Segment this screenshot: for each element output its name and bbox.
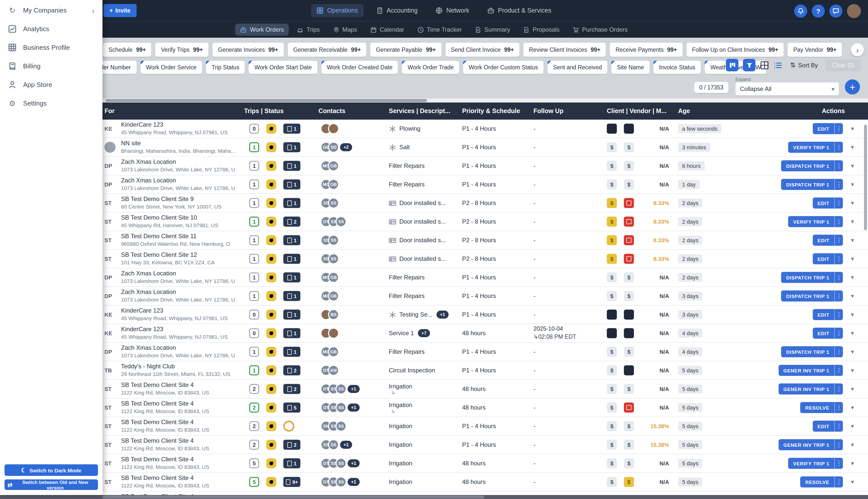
trip-status-icon[interactable]: [266, 477, 276, 487]
filter-chip[interactable]: Work Order Custom Status: [463, 61, 544, 74]
trip-count-badge[interactable]: 1: [249, 198, 259, 208]
action-menu-button[interactable]: ⋮: [834, 216, 843, 227]
trip-status-icon[interactable]: [266, 124, 276, 134]
bulk-action-chip[interactable]: Generate Receivable99+: [288, 43, 367, 57]
trip-count-badge[interactable]: 1: [249, 347, 259, 357]
trip-status-icon[interactable]: [266, 402, 276, 413]
contact-avatar[interactable]: SS: [336, 402, 347, 413]
expand-row-icon[interactable]: ▾: [848, 144, 857, 151]
action-menu-button[interactable]: ⋮: [834, 458, 843, 469]
contact-avatar[interactable]: SS: [336, 384, 347, 394]
expand-row-icon[interactable]: ▾: [848, 441, 857, 448]
action-menu-button[interactable]: ⋮: [834, 439, 843, 450]
trip-count-badge[interactable]: 5: [249, 458, 259, 468]
bulk-action-chip[interactable]: Pay Vendor99+: [788, 43, 842, 57]
tab-calendar[interactable]: Calendar: [365, 24, 409, 36]
work-order-doc-badge[interactable]: 1: [283, 142, 300, 152]
trip-count-badge[interactable]: 1: [249, 291, 259, 301]
bulk-action-chip[interactable]: Schedule99+: [103, 43, 151, 57]
collapse-all-dropdown[interactable]: Collapse All ▾: [735, 82, 839, 96]
bulk-action-chip[interactable]: Generate Payable99+: [370, 43, 441, 57]
expand-row-icon[interactable]: ▾: [848, 348, 857, 355]
filter-chip[interactable]: Sent and Received: [547, 61, 607, 74]
primary-action-button[interactable]: GENER INV TRIP 1: [778, 439, 834, 450]
vendor-invoice-icon[interactable]: $: [624, 161, 634, 171]
scrollbar-thumb[interactable]: [106, 99, 427, 102]
trip-status-icon[interactable]: [266, 198, 276, 208]
tab-trips[interactable]: Trips: [292, 24, 325, 36]
drawer-item-my-companies[interactable]: ↻My Companies›: [0, 1, 102, 20]
contact-avatar[interactable]: SS: [328, 197, 339, 208]
trip-count-badge[interactable]: 0: [249, 124, 259, 134]
nav-item-operations[interactable]: Operations: [311, 4, 363, 17]
contact-avatar[interactable]: SD: [328, 142, 339, 153]
client-invoice-icon[interactable]: $: [607, 198, 617, 208]
client-invoice-icon[interactable]: $: [607, 421, 617, 431]
primary-action-button[interactable]: EDIT: [813, 328, 834, 339]
expand-row-icon[interactable]: ▾: [848, 367, 857, 374]
primary-action-button[interactable]: DISPATCH TRIP 1: [781, 291, 834, 302]
action-menu-button[interactable]: ⋮: [834, 160, 843, 171]
primary-action-button[interactable]: RESOLVE: [800, 402, 834, 413]
client-invoice-icon[interactable]: $: [607, 161, 617, 171]
clear-filters-button[interactable]: Clear (0): [826, 59, 861, 71]
vendor-invoice-icon[interactable]: [624, 254, 634, 264]
contact-avatar[interactable]: KN: [328, 365, 339, 376]
nav-item-accounting[interactable]: Accounting: [370, 4, 423, 17]
trip-count-badge[interactable]: 0: [249, 309, 259, 320]
trip-status-icon[interactable]: [266, 179, 276, 190]
notifications-button[interactable]: [794, 4, 807, 17]
tab-time-tracker[interactable]: Time Tracker: [412, 24, 467, 36]
filter-chip[interactable]: Invoice Status: [654, 61, 701, 74]
work-order-doc-badge[interactable]: 1: [283, 235, 300, 245]
work-order-doc-badge[interactable]: 1: [283, 124, 300, 134]
user-avatar[interactable]: [847, 4, 861, 18]
client-invoice-icon[interactable]: $: [607, 254, 617, 264]
trip-status-icon[interactable]: [266, 161, 276, 171]
action-menu-button[interactable]: ⋮: [834, 365, 843, 376]
tab-work-orders[interactable]: Work Orders: [235, 24, 289, 36]
client-invoice-icon[interactable]: $: [607, 440, 617, 450]
work-order-doc-badge[interactable]: 1: [283, 198, 300, 208]
client-invoice-icon[interactable]: $: [607, 384, 617, 394]
work-order-doc-badge[interactable]: 1: [283, 309, 300, 320]
vendor-invoice-icon[interactable]: $: [624, 477, 634, 487]
work-order-doc-badge[interactable]: 1: [283, 179, 300, 190]
bulk-action-chip[interactable]: Send Client Invoice99+: [445, 43, 519, 57]
trip-count-badge[interactable]: 1: [249, 142, 259, 152]
expand-row-icon[interactable]: ▾: [848, 255, 857, 262]
action-menu-button[interactable]: ⋮: [834, 197, 843, 208]
trip-status-icon[interactable]: [266, 347, 276, 357]
drawer-item-billing[interactable]: Billing: [0, 57, 102, 75]
vendor-invoice-icon[interactable]: [624, 124, 634, 134]
vendor-invoice-icon[interactable]: [624, 309, 634, 320]
vendor-invoice-icon[interactable]: $: [624, 272, 634, 282]
contact-avatar[interactable]: BS: [328, 309, 339, 320]
drawer-item-analytics[interactable]: Analytics: [0, 20, 102, 38]
contact-avatar[interactable]: GB: [328, 179, 339, 190]
more-contacts-badge[interactable]: +1: [348, 459, 360, 467]
contact-avatar[interactable]: GB: [328, 291, 339, 302]
trip-status-icon[interactable]: [266, 235, 276, 245]
action-menu-button[interactable]: ⋮: [834, 421, 843, 432]
trip-status-icon[interactable]: [266, 309, 276, 320]
sort-by-button[interactable]: ⇅ Sort By: [787, 61, 821, 69]
add-work-order-button[interactable]: +: [845, 80, 860, 95]
drawer-item-business-profile[interactable]: Business Profile: [0, 38, 102, 57]
expand-row-icon[interactable]: ▾: [848, 199, 857, 207]
work-order-doc-badge[interactable]: 1: [283, 347, 300, 357]
trip-count-badge[interactable]: 1: [249, 179, 259, 190]
chips-scroll-next-button[interactable]: ›: [851, 43, 864, 56]
filter-button[interactable]: [743, 59, 756, 71]
trip-status-icon[interactable]: [266, 254, 276, 264]
expand-row-icon[interactable]: ▾: [848, 330, 857, 337]
trip-status-icon[interactable]: [266, 365, 276, 375]
drawer-item-app-store[interactable]: App Store: [0, 75, 102, 94]
primary-action-button[interactable]: DISPATCH TRIP 1: [781, 272, 834, 283]
filter-chip[interactable]: Work Order Created Date: [321, 61, 398, 74]
vendor-invoice-icon[interactable]: [624, 365, 634, 375]
work-order-doc-badge[interactable]: 2: [283, 440, 300, 450]
work-order-doc-badge[interactable]: 2: [283, 217, 300, 227]
contact-avatar[interactable]: SS: [328, 235, 339, 246]
vendor-invoice-icon[interactable]: [624, 235, 634, 245]
